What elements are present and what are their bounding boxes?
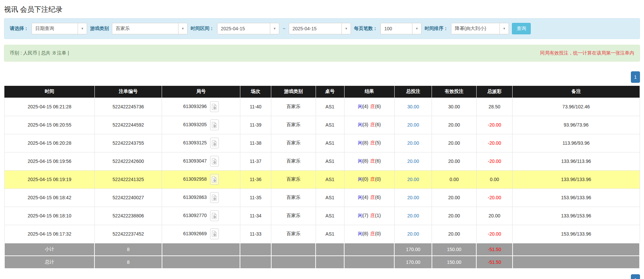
total-bet-link[interactable]: 20.00	[407, 213, 419, 218]
total-bet-link[interactable]: 30.00	[407, 104, 419, 109]
total-count: 8	[94, 256, 162, 269]
game-type-select[interactable]: 百家乐 ▼	[112, 23, 188, 34]
cell-result: 闲(8)庄(0)	[344, 225, 394, 243]
result-banker-count: (0)	[375, 231, 381, 236]
result-player-count: (4)	[363, 104, 368, 109]
cell-game-type: 百家乐	[271, 207, 316, 225]
table-row: 2025-04-15 06:17:32 522422237452 6130926…	[4, 225, 640, 243]
query-type-value: 日期查询	[32, 26, 78, 32]
video-replay-button[interactable]	[210, 229, 219, 239]
cell-time: 2025-04-15 06:20:28	[4, 134, 94, 152]
cell-table-no: AS1	[316, 188, 344, 207]
cell-total-bet: 20.00	[394, 152, 432, 170]
cell-game-type: 百家乐	[271, 225, 316, 243]
round-id: 613093205	[183, 122, 207, 127]
video-replay-button[interactable]	[210, 156, 219, 167]
subtotal-valid-bet: 150.00	[432, 243, 476, 256]
video-replay-button[interactable]	[210, 119, 219, 130]
chevron-down-icon: ▼	[412, 23, 421, 34]
result-player-label: 闲	[358, 158, 363, 164]
cell-payout: -20.00	[476, 152, 513, 170]
table-row: 2025-04-15 06:21:28 522422245736 6130932…	[4, 98, 640, 116]
date-from-select[interactable]: 2025-04-15 ▼	[217, 23, 279, 34]
date-from-value: 2025-04-15	[217, 26, 270, 31]
cell-round-id: 613092863	[162, 188, 240, 207]
cell-table-no: AS1	[316, 225, 344, 243]
result-player-label: 闲	[358, 176, 363, 182]
cell-result: 闲(8)庄(5)	[344, 134, 394, 152]
cell-round-id: 613093125	[162, 134, 240, 152]
video-replay-button[interactable]	[210, 101, 219, 112]
table-body: 2025-04-15 06:21:28 522422245736 6130932…	[4, 98, 640, 243]
chevron-down-icon: ▼	[270, 23, 279, 34]
page-1-button[interactable]: 1	[631, 274, 640, 279]
cell-session: 11-36	[240, 170, 271, 188]
video-replay-button[interactable]	[210, 192, 219, 203]
cell-bet-id: 522422245736	[94, 98, 162, 116]
video-file-icon	[212, 213, 217, 219]
chevron-down-icon: ▼	[178, 23, 187, 34]
time-sort-value: 降幂(由大到小)	[451, 26, 499, 32]
search-button[interactable]: 查询	[512, 23, 531, 34]
cell-payout: -20.00	[476, 134, 513, 152]
total-bet-link[interactable]: 20.00	[407, 195, 419, 200]
total-bet-link[interactable]: 20.00	[407, 122, 419, 128]
video-replay-button[interactable]	[210, 210, 219, 221]
cell-valid-bet: 0.00	[432, 170, 476, 188]
table-header-row: 时间 注单编号 局号 场次 游戏类别 桌号 结果 总投注 有效投注 总派彩 备注	[4, 86, 640, 98]
result-banker-label: 庄	[370, 231, 375, 236]
result-banker-count: (6)	[375, 104, 381, 109]
cell-session: 11-33	[240, 225, 271, 243]
total-label: 总计	[4, 256, 94, 269]
result-banker-label: 庄	[370, 176, 375, 182]
total-total-bet: 170.00	[394, 256, 432, 269]
result-player-count: (0)	[363, 176, 368, 182]
total-bet-link[interactable]: 20.00	[407, 159, 419, 164]
cell-total-bet: 20.00	[394, 188, 432, 207]
cell-session: 11-40	[240, 98, 271, 116]
result-player-count: (8)	[363, 140, 368, 145]
cell-round-id: 613093047	[162, 152, 240, 170]
cell-bet-id: 522422243755	[94, 134, 162, 152]
cell-total-bet: 20.00	[394, 134, 432, 152]
page-size-select[interactable]: 100 ▼	[380, 23, 421, 34]
video-replay-button[interactable]	[210, 174, 219, 185]
total-bet-link[interactable]: 20.00	[407, 231, 419, 237]
header-total-bet: 总投注	[394, 86, 432, 98]
bet-records-table: 时间 注单编号 局号 场次 游戏类别 桌号 结果 总投注 有效投注 总派彩 备注…	[4, 86, 640, 269]
result-banker-count: (1)	[375, 213, 381, 218]
cell-time: 2025-04-15 06:17:32	[4, 225, 94, 243]
result-banker-count: (6)	[375, 122, 381, 127]
table-row: 2025-04-15 06:18:10 522422238806 6130927…	[4, 207, 640, 225]
cell-session: 11-37	[240, 152, 271, 170]
cell-bet-id: 522422238806	[94, 207, 162, 225]
header-time: 时间	[4, 86, 94, 98]
cell-table-no: AS1	[316, 116, 344, 134]
chevron-down-icon: ▼	[341, 23, 351, 34]
cell-time: 2025-04-15 06:18:10	[4, 207, 94, 225]
page-1-button[interactable]: 1	[631, 71, 640, 83]
header-result: 结果	[344, 86, 394, 98]
time-sort-select[interactable]: 降幂(由大到小) ▼	[451, 23, 509, 34]
cell-round-id: 613092958	[162, 170, 240, 188]
cell-round-id: 613093205	[162, 116, 240, 134]
total-bet-link[interactable]: 20.00	[407, 140, 419, 146]
subtotal-count: 8	[94, 243, 162, 256]
cell-table-no: AS1	[316, 134, 344, 152]
cell-session: 11-34	[240, 207, 271, 225]
total-bet-link[interactable]: 20.00	[407, 177, 419, 182]
cell-result: 闲(4)庄(6)	[344, 188, 394, 207]
subtotal-total-bet: 170.00	[394, 243, 432, 256]
header-session: 场次	[240, 86, 271, 98]
video-replay-button[interactable]	[210, 138, 219, 148]
cell-round-id: 613093296	[162, 98, 240, 116]
page-size-label: 每页笔数：	[354, 26, 377, 32]
cell-payout: 20.00	[476, 207, 513, 225]
query-type-select[interactable]: 日期查询 ▼	[32, 23, 87, 34]
cell-valid-bet: 20.00	[432, 152, 476, 170]
table-row: 2025-04-15 06:19:56 522422242600 6130930…	[4, 152, 640, 170]
result-player-count: (8)	[363, 231, 368, 236]
header-bet-id: 注单编号	[94, 86, 162, 98]
date-to-select[interactable]: 2025-04-15 ▼	[289, 23, 351, 34]
cell-remark: 113.96/93.96	[513, 134, 640, 152]
